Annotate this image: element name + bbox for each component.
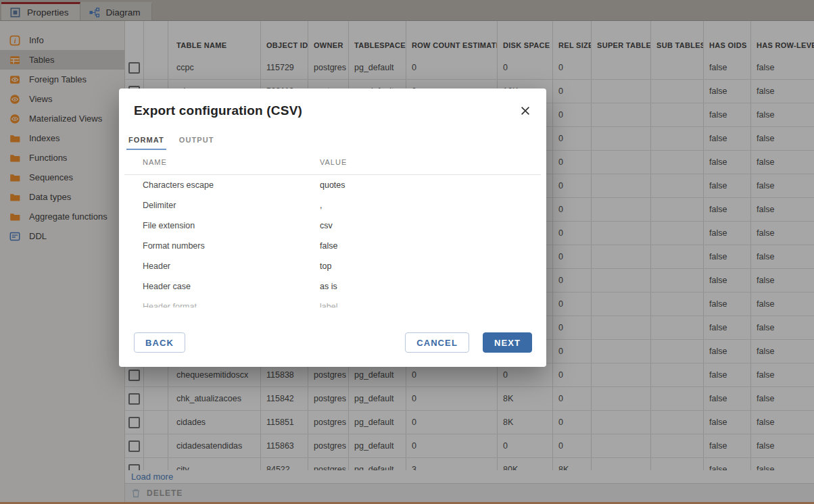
- tab-format[interactable]: FORMAT: [126, 136, 166, 150]
- cancel-button[interactable]: CANCEL: [405, 332, 469, 353]
- close-icon[interactable]: [519, 105, 531, 117]
- value-column-header: VALUE: [320, 158, 347, 166]
- tab-output[interactable]: OUTPUT: [177, 136, 216, 150]
- export-option-header: Header top: [119, 256, 546, 276]
- option-name: Header format: [143, 302, 197, 307]
- option-value[interactable]: quotes: [320, 180, 345, 190]
- chevron-down-icon[interactable]: [530, 284, 537, 289]
- export-option-format-numbers: Format numbers false: [119, 236, 546, 256]
- chevron-down-icon[interactable]: [530, 182, 537, 188]
- chevron-down-icon[interactable]: [530, 304, 537, 307]
- option-name: Format numbers: [143, 241, 205, 251]
- option-name: Delimiter: [143, 201, 176, 210]
- option-name: Characters escape: [143, 180, 214, 190]
- dialog-footer: BACK CANCEL NEXT: [119, 332, 546, 367]
- export-option-header-case: Header case as is: [119, 276, 546, 297]
- option-value[interactable]: label: [320, 302, 337, 307]
- option-name: Header case: [143, 282, 191, 291]
- dialog-title: Export configuration (CSV): [119, 89, 546, 118]
- chevron-down-icon[interactable]: [530, 263, 537, 269]
- export-configuration-dialog: Export configuration (CSV) FORMAT OUTPUT…: [119, 89, 546, 367]
- option-value[interactable]: csv: [320, 221, 333, 230]
- option-value[interactable]: ,: [320, 201, 322, 210]
- option-name: File extension: [143, 221, 195, 230]
- app-window: Properties Diagram i Info Tables Foreign…: [0, 0, 814, 504]
- back-button[interactable]: BACK: [134, 332, 185, 353]
- dialog-tabs: FORMAT OUTPUT: [126, 136, 546, 150]
- option-value[interactable]: false: [320, 241, 337, 251]
- option-name: Header: [143, 261, 170, 271]
- export-option-characters-escape: Characters escape quotes: [119, 175, 546, 195]
- next-button[interactable]: NEXT: [483, 332, 532, 353]
- export-option-file-extension: File extension csv: [119, 216, 546, 236]
- properties-table-header: NAME VALUE: [124, 150, 541, 175]
- option-value[interactable]: top: [320, 261, 331, 271]
- export-option-header-format: Header format label: [119, 297, 546, 307]
- name-column-header: NAME: [143, 158, 167, 166]
- export-option-delimiter: Delimiter ,: [119, 195, 546, 216]
- properties-table-body: Characters escape quotes Delimiter , Fil…: [119, 175, 546, 307]
- option-value[interactable]: as is: [320, 282, 337, 291]
